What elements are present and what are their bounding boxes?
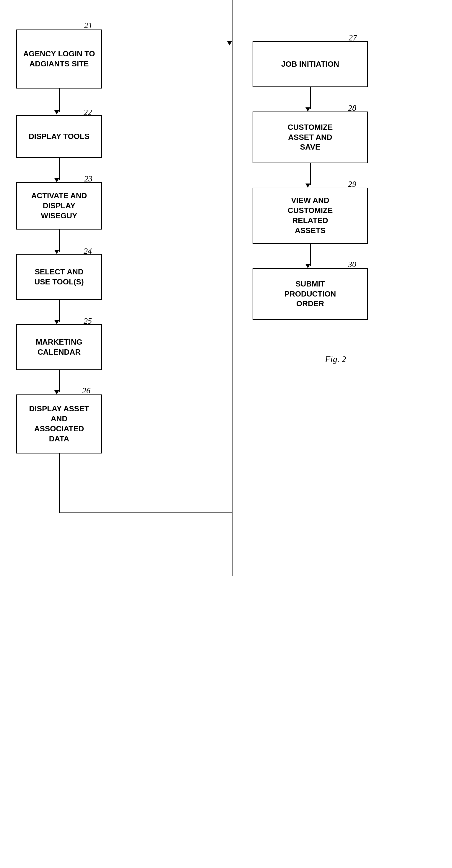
ref-28: 28 xyxy=(348,103,356,113)
line-bottom-h xyxy=(59,513,232,513)
arrow-21-22 xyxy=(59,89,60,112)
box-23: ACTIVATE ANDDISPLAYWISEGUY xyxy=(16,182,102,229)
line-26-down xyxy=(59,454,60,513)
arrow-29-30 xyxy=(310,244,311,266)
arrowhead-25-26 xyxy=(54,390,59,395)
arrowhead-27-28 xyxy=(306,107,310,112)
ref-29: 29 xyxy=(348,179,356,189)
box-25: MARKETINGCALENDAR xyxy=(16,324,102,370)
arrowhead-21-22 xyxy=(54,110,59,115)
arrowhead-top xyxy=(227,41,232,45)
ref-27: 27 xyxy=(348,33,357,42)
ref-22: 22 xyxy=(84,108,92,117)
ref-21: 21 xyxy=(84,21,92,30)
arrowhead-24-25 xyxy=(54,320,59,324)
ref-23: 23 xyxy=(84,174,92,184)
fig-label: Fig. 2 xyxy=(325,354,346,364)
box-22: DISPLAY TOOLS xyxy=(16,115,102,158)
ref-26: 26 xyxy=(82,386,90,395)
right-backbone-full xyxy=(232,0,232,576)
arrowhead-28-29 xyxy=(306,184,310,188)
arrowhead-22-23 xyxy=(54,178,59,182)
diagram-container: AGENCY LOGIN TO ADGIANTS SITE 21 DISPLAY… xyxy=(0,0,452,868)
box-24: SELECT ANDUSE TOOL(S) xyxy=(16,254,102,300)
box-27: JOB INITIATION xyxy=(253,41,368,87)
box-26: DISPLAY ASSETANDASSOCIATEDDATA xyxy=(16,395,102,454)
box-21: AGENCY LOGIN TO ADGIANTS SITE xyxy=(16,30,102,89)
arrow-22-23 xyxy=(59,158,60,180)
arrowhead-23-24 xyxy=(54,250,59,254)
arrow-28-29 xyxy=(310,163,311,185)
ref-30: 30 xyxy=(348,260,356,269)
box-29: VIEW ANDCUSTOMIZERELATEDASSETS xyxy=(253,188,368,244)
arrowhead-29-30 xyxy=(306,264,310,268)
arrow-25-26 xyxy=(59,370,60,392)
arrow-27-28 xyxy=(310,87,311,109)
arrow-24-25 xyxy=(59,300,60,322)
box-30: SUBMITPRODUCTIONORDER xyxy=(253,268,368,320)
box-28: CUSTOMIZEASSET ANDSAVE xyxy=(253,112,368,163)
ref-25: 25 xyxy=(84,316,92,326)
ref-24: 24 xyxy=(84,246,92,256)
arrow-23-24 xyxy=(59,229,60,252)
